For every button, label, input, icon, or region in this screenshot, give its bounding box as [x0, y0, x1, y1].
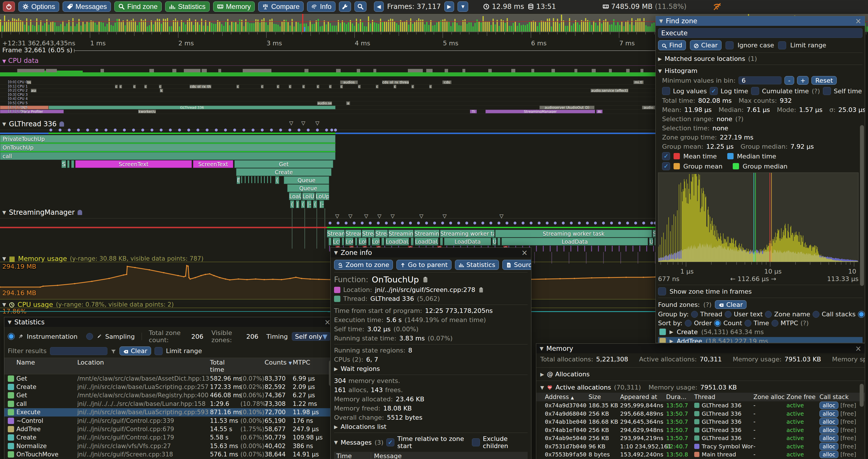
ghost-icon[interactable]	[59, 122, 64, 127]
zone-bar[interactable]: Streaming worker task	[495, 230, 652, 237]
find-zone-histogram[interactable]	[658, 172, 859, 262]
lock-dot[interactable]	[377, 222, 380, 225]
zone-bar[interactable]	[71, 160, 74, 168]
alloc-callstack-button[interactable]: alloc	[819, 451, 838, 458]
scrollbar-thumb[interactable]	[860, 384, 864, 407]
collapse-icon[interactable]: ▶	[540, 371, 544, 377]
zone-bar[interactable]: (	[275, 176, 279, 184]
cpu-plot-header[interactable]: ▼CPU usage(y-range: 0.78%, visible data …	[2, 301, 174, 308]
help-icon[interactable]: (?)	[704, 301, 712, 308]
cpu-row-segment[interactable]: c	[302, 85, 305, 89]
lock-dot[interactable]	[114, 129, 117, 131]
table-row[interactable]: ~Controljni/../jni/src/guif/Control.cpp:…	[4, 417, 334, 425]
col-message[interactable]: Message	[371, 452, 525, 459]
zone-bar[interactable]: LoadDaU	[415, 238, 438, 245]
lock-dot[interactable]	[594, 222, 597, 225]
col-5[interactable]: Zone free	[786, 394, 819, 400]
cpu-row-segment[interactable]: Ai	[596, 110, 602, 113]
memory-table-header[interactable]: Address ▲SizeAppeared atDura...ThreadZon…	[536, 393, 865, 401]
cpu-row-segment[interactable]: mi.tl	[633, 80, 644, 84]
lock-dot[interactable]	[187, 129, 190, 131]
allocations-list-toggle[interactable]: ▶Allocations list	[334, 423, 528, 430]
zone-bar[interactable]: Strea	[362, 230, 375, 237]
zone-bar[interactable]	[381, 238, 384, 245]
cpu-row-segment[interactable]: kworker/u	[138, 110, 156, 113]
zone-bar[interactable]	[342, 238, 344, 245]
log-values-checkbox[interactable]	[662, 87, 670, 95]
table-row[interactable]: calljni/../jni/../../../src/claw/base/Lu…	[4, 400, 334, 408]
limit-range-checkbox[interactable]	[155, 347, 162, 355]
cpu-data-header[interactable]: ▼ CPU data	[2, 57, 38, 64]
col-0[interactable]: Size	[589, 394, 620, 400]
pause-button[interactable]: ▼	[458, 1, 468, 12]
zone-bar[interactable]: U	[492, 238, 496, 245]
zone-bar[interactable]: LoadDaU	[385, 238, 409, 245]
lock-dot[interactable]	[316, 129, 319, 131]
col-name[interactable]: Name	[17, 359, 77, 373]
table-row[interactable]: Get/mnt/e/claw/src/claw/base/AssetDict.h…	[4, 374, 334, 383]
compare-button[interactable]: Compare	[258, 1, 304, 12]
active-allocations-header[interactable]: ▼Active allocations(70,311)Memory usage:…	[536, 383, 865, 392]
lock-dot[interactable]	[417, 222, 420, 225]
zone-marker-icon[interactable]: ▽	[289, 120, 293, 126]
cpu-row-segment[interactable]: a	[346, 101, 350, 105]
zone-bar[interactable]: LoU	[359, 238, 367, 245]
lock-dot[interactable]	[132, 129, 135, 131]
zone-bar[interactable]: |	[296, 200, 299, 208]
lock-dot[interactable]	[514, 222, 517, 225]
lock-dot[interactable]	[178, 129, 181, 131]
power-button[interactable]	[3, 1, 15, 12]
lock-dot[interactable]	[50, 129, 52, 131]
lock-dot[interactable]	[215, 129, 218, 131]
wait-regions-toggle[interactable]: ▶Wait regions	[334, 365, 528, 372]
allocation-row[interactable]: 0x74a9d37040186.35 KB295,999,844ns13:50.…	[536, 401, 865, 409]
lock-dot[interactable]	[457, 222, 460, 225]
zone-bar[interactable]: LoU	[372, 238, 380, 245]
cpu-row-segment[interactable]: c	[358, 85, 361, 89]
user-text-radio[interactable]	[725, 311, 732, 318]
table-row[interactable]: Createjni/../jni/src/guif/Control.cpp:17…	[4, 433, 334, 442]
col-counts[interactable]: Counts ▼	[265, 359, 293, 373]
zone-bar[interactable]: LoaU	[289, 192, 302, 200]
time-radio[interactable]	[744, 320, 751, 327]
allocation-row[interactable]: 0x74ab1ef040256 KB294,629,948ns13:50.7GL…	[536, 426, 865, 434]
zone-marker-icon[interactable]: ▽	[315, 120, 319, 126]
lock-dot[interactable]	[151, 129, 153, 131]
zone-bar[interactable]: |~	[307, 200, 311, 208]
cpu-row-segment[interactable]: c	[237, 85, 239, 89]
lock-dot[interactable]	[554, 222, 557, 225]
lock-dot[interactable]	[95, 129, 98, 131]
zone-bar[interactable]: LoadData	[444, 238, 491, 245]
lock-dot[interactable]	[169, 129, 172, 131]
zone-bar[interactable]: Streaming	[414, 230, 439, 237]
zone-bar[interactable]: Strea	[375, 230, 388, 237]
lock-dot[interactable]	[538, 222, 540, 225]
zone-bar[interactable]: ScreenText	[75, 160, 192, 168]
cpu-row-segment[interactable]: aud	[31, 89, 36, 92]
lock-dot[interactable]	[385, 222, 388, 225]
zone-bar[interactable]: Create	[236, 168, 332, 176]
parent-radio[interactable]	[858, 311, 865, 318]
min-values-input[interactable]: 6	[739, 76, 781, 85]
cpu-row-segment[interactable]: k	[160, 89, 163, 92]
statistics-table-header[interactable]: NameLocationTotal timeCounts ▼MTPC	[4, 358, 334, 374]
cpu-row-segment[interactable]: c	[340, 85, 343, 89]
col-4[interactable]: Zone alloc	[753, 394, 786, 400]
collapse-icon[interactable]: ▶	[658, 56, 662, 62]
zone-bar[interactable]	[411, 238, 413, 245]
histogram-toggle[interactable]: ▼Histogram	[658, 67, 863, 74]
cpu-row-segment[interactable]: c	[133, 85, 136, 89]
find-zone-titlebar[interactable]: ▼Find zone×	[656, 16, 865, 26]
lock-dot[interactable]	[401, 222, 404, 225]
cpu-row-segment[interactable]: c	[159, 85, 162, 89]
prev-frame-button[interactable]: ◀	[374, 1, 384, 12]
clear-found-button[interactable]: Clear	[715, 300, 746, 309]
memory-titlebar[interactable]: ▼Memory×	[536, 343, 865, 353]
cpu-row-segment[interactable]: c	[289, 85, 291, 89]
collapse-icon[interactable]: ▶	[670, 329, 673, 335]
lock-dot[interactable]	[329, 222, 332, 225]
find-zone-query-input[interactable]: Execute	[658, 28, 863, 38]
cpu-row-segment[interactable]: c	[316, 85, 319, 89]
cpu-row-segment[interactable]: c	[429, 85, 432, 89]
mtpc-radio[interactable]	[772, 320, 778, 327]
